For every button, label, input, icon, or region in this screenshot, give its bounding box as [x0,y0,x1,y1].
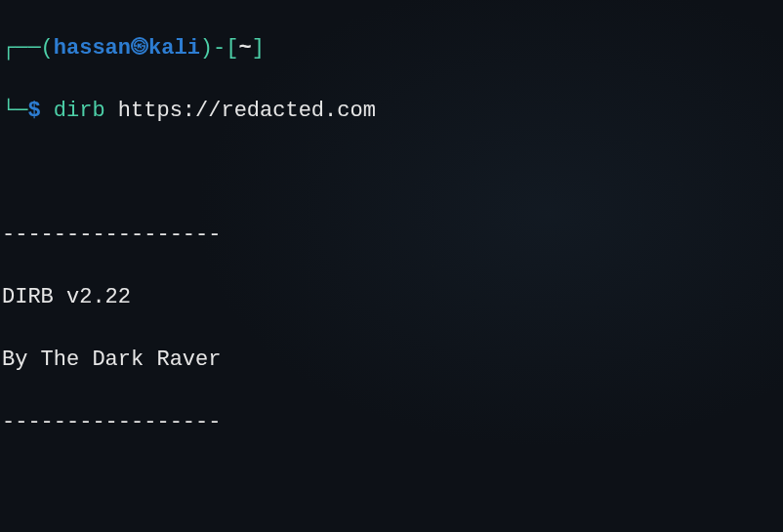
bracket-open: [ [226,36,238,61]
output-separator-mid: ----------------- [2,407,781,438]
output-banner-1: DIRB v2.22 [2,282,781,313]
bracket-close: ] [252,36,265,61]
command-arg: https://redacted.com [118,99,376,123]
box-corner-bottom: └─ [2,99,27,123]
prompt-host: kali [148,36,200,61]
prompt-line-1: ┌──(hassan㉿kali)-[~] [2,33,781,64]
output-separator-top: ----------------- [2,220,781,251]
prompt-symbol: $ [27,99,40,123]
prompt-line-2: └─$ dirb https://redacted.com [2,96,781,127]
output-banner-2: By The Dark Raver [2,345,781,376]
terminal-output[interactable]: ┌──(hassan㉿kali)-[~] └─$ dirb https://re… [2,2,781,532]
prompt-path: ~ [238,36,251,61]
paren-close: ) [200,36,213,61]
kali-logo-icon: ㉿ [131,33,148,64]
paren-open: ( [41,36,54,61]
prompt-user: hassan [54,36,131,61]
blank-line [2,157,781,188]
box-corner-top: ┌── [2,36,41,61]
dash: - [213,36,226,61]
blank-line [2,469,781,500]
command-name: dirb [54,99,105,123]
